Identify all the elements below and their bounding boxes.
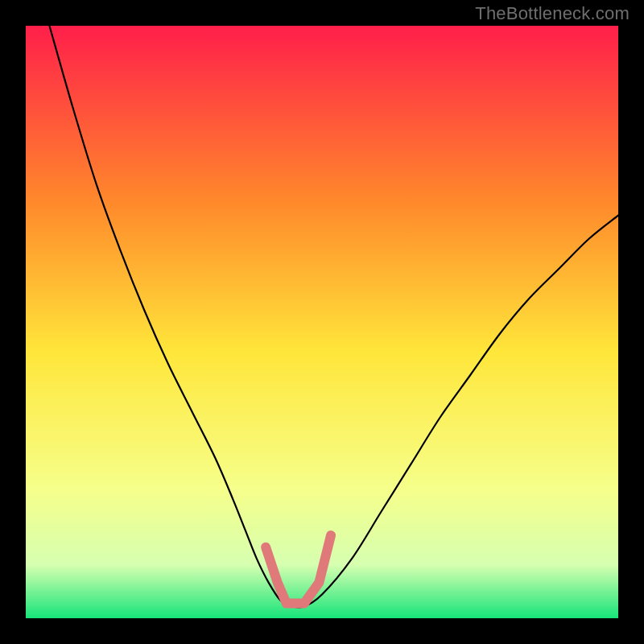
chart-svg: [0, 0, 644, 644]
chart-container: TheBottleneck.com: [0, 0, 644, 644]
plot-area: [26, 26, 618, 618]
watermark-text: TheBottleneck.com: [475, 3, 630, 24]
